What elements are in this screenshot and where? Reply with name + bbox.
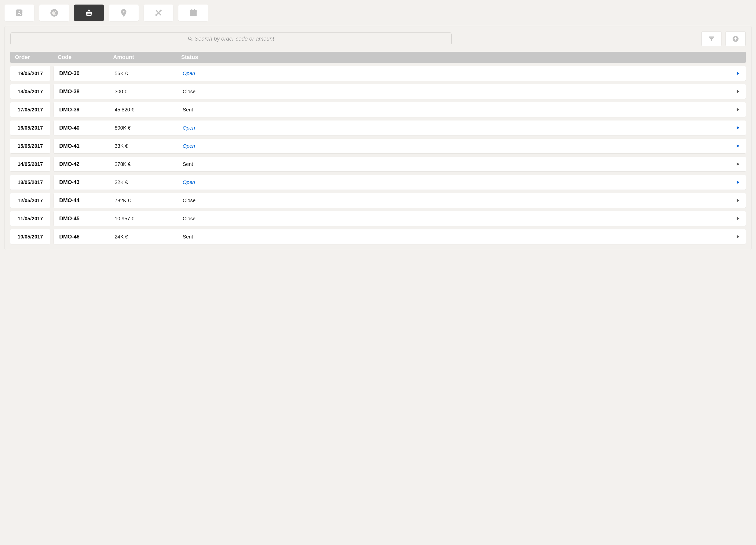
order-date: 11/05/2017 [10, 211, 50, 226]
basket-icon [85, 9, 93, 17]
tab-locations[interactable] [109, 5, 139, 21]
table-header: Order Code Amount Status [10, 52, 746, 63]
chevron-right-icon [736, 198, 740, 202]
order-code: DMO-39 [59, 106, 79, 113]
order-amount: 782K € [115, 198, 131, 203]
chevron-right-icon [736, 180, 740, 184]
order-code: DMO-45 [59, 215, 79, 221]
order-date: 16/05/2017 [10, 120, 50, 135]
header-order: Order [15, 54, 58, 60]
order-code: DMO-44 [59, 197, 79, 203]
table-row[interactable]: 16/05/2017 DMO-40 800K € Open [10, 120, 746, 135]
chevron-right-icon [736, 144, 740, 148]
svg-marker-23 [737, 162, 740, 166]
order-amount: 33K € [115, 143, 128, 149]
table-row[interactable]: 14/05/2017 DMO-42 278K € Sent [10, 156, 746, 172]
chevron-right-icon [736, 108, 740, 112]
svg-marker-24 [737, 180, 740, 184]
order-card[interactable]: DMO-44 782K € Close [54, 193, 746, 208]
order-code: DMO-30 [59, 70, 79, 76]
order-card[interactable]: DMO-41 33K € Open [54, 139, 746, 153]
order-code: DMO-42 [59, 161, 79, 167]
search-wrap [10, 32, 452, 45]
tools-icon [154, 9, 163, 17]
order-status: Sent [183, 161, 193, 167]
svg-marker-14 [709, 37, 714, 41]
top-tabs: 31 [5, 5, 751, 21]
svg-rect-13 [709, 37, 714, 38]
svg-rect-3 [22, 14, 22, 15]
svg-marker-18 [737, 72, 740, 75]
svg-point-5 [123, 11, 124, 13]
table-row[interactable]: 11/05/2017 DMO-45 10 957 € Close [10, 211, 746, 226]
euro-icon [50, 9, 58, 17]
order-card[interactable]: DMO-43 22K € Open [54, 175, 746, 189]
order-status: Open [183, 143, 195, 149]
order-date: 17/05/2017 [10, 102, 50, 117]
search-icon [187, 36, 193, 42]
order-status: Close [183, 89, 196, 94]
order-status: Open [183, 71, 195, 76]
svg-marker-22 [737, 144, 740, 147]
order-code: DMO-41 [59, 143, 79, 149]
order-amount: 300 € [115, 89, 127, 94]
order-status: Sent [183, 234, 193, 239]
table-row[interactable]: 10/05/2017 DMO-46 24K € Sent [10, 229, 746, 244]
order-date: 10/05/2017 [10, 229, 50, 244]
order-amount: 56K € [115, 71, 128, 76]
order-date: 14/05/2017 [10, 157, 50, 171]
order-status: Close [183, 198, 196, 203]
tab-orders[interactable] [74, 5, 104, 21]
order-status: Open [183, 179, 195, 185]
contact-icon [15, 9, 24, 17]
tab-calendar[interactable]: 31 [178, 5, 208, 21]
location-icon [119, 9, 128, 17]
order-amount: 10 957 € [115, 216, 134, 221]
order-card[interactable]: DMO-46 24K € Sent [54, 229, 746, 244]
add-button[interactable] [726, 31, 746, 46]
chevron-right-icon [736, 162, 740, 166]
order-code: DMO-40 [59, 124, 79, 131]
calendar-icon: 31 [189, 9, 198, 17]
orders-list: 19/05/2017 DMO-30 56K € Open 18/05/2017 … [10, 66, 746, 244]
chevron-right-icon [736, 216, 740, 220]
table-row[interactable]: 19/05/2017 DMO-30 56K € Open [10, 66, 746, 81]
table-row[interactable]: 17/05/2017 DMO-39 45 820 € Sent [10, 102, 746, 117]
tab-payments[interactable] [39, 5, 69, 21]
table-row[interactable]: 13/05/2017 DMO-43 22K € Open [10, 175, 746, 190]
order-date: 18/05/2017 [10, 84, 50, 99]
table-row[interactable]: 15/05/2017 DMO-41 33K € Open [10, 138, 746, 153]
search-input[interactable] [10, 32, 452, 45]
order-card[interactable]: DMO-38 300 € Close [54, 84, 746, 99]
table-row[interactable]: 18/05/2017 DMO-38 300 € Close [10, 84, 746, 99]
order-amount: 24K € [115, 234, 128, 239]
chevron-right-icon [736, 89, 740, 93]
filter-icon [708, 35, 715, 42]
order-status: Open [183, 125, 195, 130]
svg-marker-25 [737, 199, 740, 202]
header-status: Status [181, 54, 741, 60]
order-amount: 45 820 € [115, 107, 134, 112]
order-amount: 278K € [115, 161, 131, 167]
filter-button[interactable] [701, 31, 721, 46]
header-code: Code [58, 54, 113, 60]
order-card[interactable]: DMO-40 800K € Open [54, 120, 746, 135]
tab-contacts[interactable] [5, 5, 34, 21]
order-code: DMO-46 [59, 233, 79, 240]
svg-point-4 [51, 9, 58, 16]
order-card[interactable]: DMO-42 278K € Sent [54, 157, 746, 171]
chevron-right-icon [736, 235, 740, 239]
table-row[interactable]: 12/05/2017 DMO-44 782K € Close [10, 193, 746, 208]
order-card[interactable]: DMO-30 56K € Open [54, 66, 746, 81]
order-amount: 800K € [115, 125, 131, 130]
order-date: 13/05/2017 [10, 175, 50, 189]
svg-marker-27 [737, 235, 740, 238]
svg-rect-7 [190, 10, 197, 12]
order-card[interactable]: DMO-39 45 820 € Sent [54, 102, 746, 117]
order-amount: 22K € [115, 179, 128, 185]
order-status: Close [183, 216, 196, 221]
tab-tools[interactable] [144, 5, 173, 21]
chevron-right-icon [736, 71, 740, 75]
order-card[interactable]: DMO-45 10 957 € Close [54, 211, 746, 226]
svg-marker-20 [737, 108, 740, 111]
